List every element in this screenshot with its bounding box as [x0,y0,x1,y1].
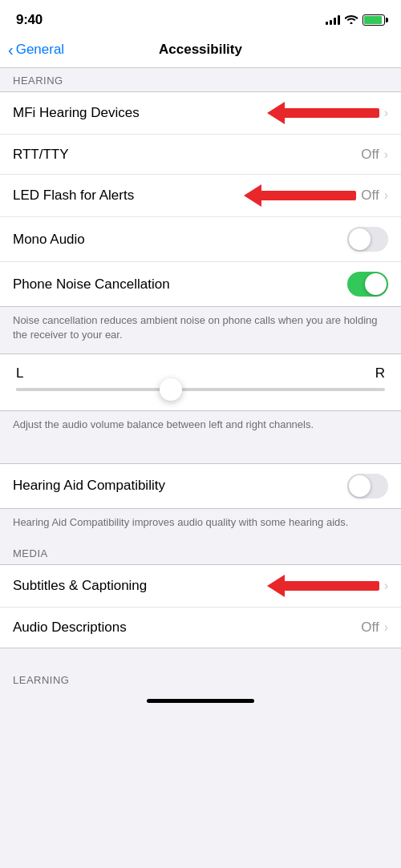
phone-noise-toggle[interactable] [347,272,388,297]
hearing-aid-label: Hearing Aid Compatibility [13,478,347,494]
phone-noise-row: Phone Noise Cancellation [0,262,401,306]
slider-thumb[interactable] [160,378,182,401]
slider-right-label: R [375,365,385,382]
home-indicator [147,699,254,703]
toggle-knob [349,228,371,250]
mono-label: Mono Audio [13,232,347,248]
status-icons [326,14,385,26]
arrow-shaft [260,191,356,200]
mono-audio-toggle[interactable] [347,227,388,252]
learning-section-header: LEARNING [0,668,401,691]
arrow-head-icon [244,184,261,207]
audio-desc-right: Off › [361,620,388,636]
status-bar: 9:40 [0,0,401,35]
slider-left-label: L [16,365,23,382]
toggle-knob [349,475,371,497]
arrow-shaft [283,108,379,118]
audio-descriptions-row[interactable]: Audio Descriptions Off › [0,608,401,648]
chevron-right-icon: › [384,620,388,635]
noise-label: Phone Noise Cancellation [13,277,347,293]
led-flash-row[interactable]: LED Flash for Alerts Off › [0,175,401,217]
chevron-right-icon: › [384,147,388,162]
chevron-right-icon: › [384,106,388,120]
signal-icon [326,15,340,25]
wifi-icon [345,14,358,26]
subtitles-row[interactable]: Subtitles & Captioning › [0,565,401,608]
led-red-arrow [244,184,356,207]
hearing-aid-toggle[interactable] [347,474,388,499]
back-button[interactable]: ‹ General [8,41,64,59]
hearing-section-header: HEARING [0,68,401,91]
battery-icon [363,14,385,26]
rtt-right: Off › [361,147,388,163]
rtt-value: Off [361,147,379,163]
mfi-label: MFi Hearing Devices [13,105,257,121]
led-label: LED Flash for Alerts [13,188,234,204]
led-right: Off › [234,184,388,207]
toggle-knob [365,273,387,295]
media-settings-group: Subtitles & Captioning › Audio Descripti… [0,564,401,648]
rtt-label: RTT/TTY [13,147,361,163]
bottom-area [0,699,401,747]
subtitles-red-arrow [267,575,379,597]
gap [0,444,401,463]
media-section-header: MEDIA [0,541,401,564]
audio-balance-slider-section: L R [0,353,401,411]
audio-desc-label: Audio Descriptions [13,620,361,636]
hearing-aid-footer: Hearing Aid Compatibility improves audio… [0,509,401,541]
back-chevron-icon: ‹ [8,41,14,59]
mono-audio-row: Mono Audio [0,217,401,262]
mfi-red-arrow [267,102,379,124]
slider-track[interactable] [16,388,385,391]
hearing-aid-group: Hearing Aid Compatibility [0,463,401,509]
mfi-right: › [257,102,388,124]
arrow-shaft [283,581,379,591]
subtitles-right: › [257,575,388,597]
back-label: General [16,42,64,58]
slider-footer: Adjust the audio volume balance between … [0,411,401,443]
slider-fill [16,388,171,391]
rtt-tty-row[interactable]: RTT/TTY Off › [0,135,401,175]
slider-labels: L R [16,365,385,382]
mfi-hearing-devices-row[interactable]: MFi Hearing Devices › [0,92,401,135]
nav-bar: ‹ General Accessibility [0,35,401,68]
page-title: Accessibility [159,42,242,58]
audio-desc-value: Off [361,620,379,636]
gap2 [0,648,401,668]
status-time: 9:40 [16,12,43,28]
arrow-head-icon [267,575,285,597]
chevron-right-icon: › [384,579,388,593]
subtitles-label: Subtitles & Captioning [13,578,257,594]
led-value: Off [361,188,379,204]
hearing-aid-row: Hearing Aid Compatibility [0,464,401,508]
hearing-settings-group: MFi Hearing Devices › RTT/TTY Off › LED … [0,91,401,307]
chevron-right-icon: › [384,188,388,203]
noise-footer: Noise cancellation reduces ambient noise… [0,307,401,353]
arrow-head-icon [267,102,285,124]
